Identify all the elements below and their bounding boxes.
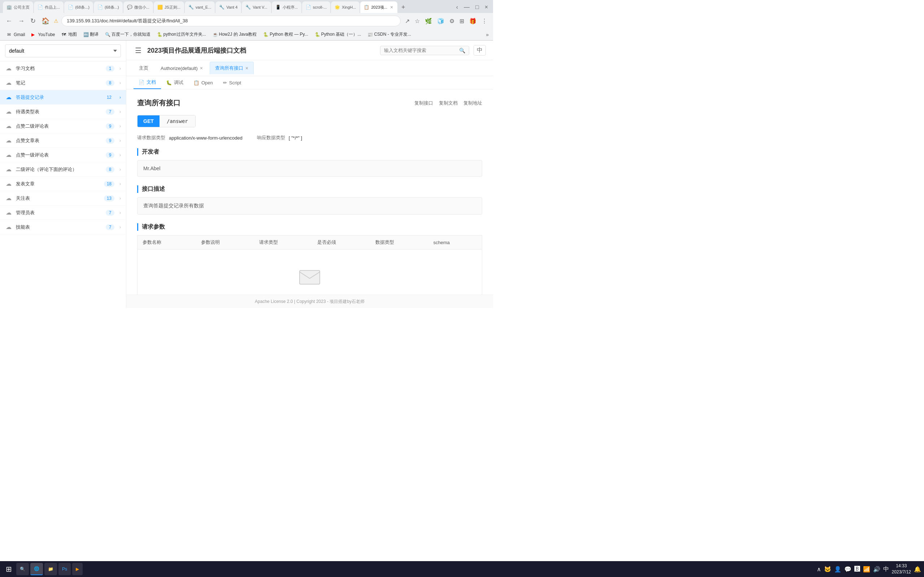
bookmarks-toggle-button[interactable]: » — [486, 32, 489, 37]
developer-value: Mr.Abel — [137, 160, 482, 177]
share-button[interactable]: ↗ — [404, 16, 411, 26]
tab-5[interactable]: 💬 微信小... — [123, 2, 153, 13]
chevron-icon-1: › — [120, 81, 121, 85]
footer-text: Apache License 2.0 | Copyright 2023 - 项目… — [255, 299, 365, 304]
sidebar-item-biji[interactable]: ☁ 笔记 8 › — [0, 76, 126, 90]
method-badge: GET — [137, 115, 160, 127]
tab-12[interactable]: 🌟 XingH... — [331, 2, 360, 13]
bookmark-python1[interactable]: 🐍 python过历年文件夹... — [154, 30, 209, 39]
doc-tab-authorize-close[interactable]: × — [200, 65, 203, 71]
sub-tab-open[interactable]: 📋 Open — [188, 76, 218, 89]
home-button[interactable]: 🏠 — [40, 16, 51, 26]
bookmark-youtube[interactable]: ▶ YouTube — [29, 31, 58, 38]
tab-favicon-10: 📱 — [275, 5, 281, 10]
back-button[interactable]: ← — [4, 16, 14, 26]
tab-2[interactable]: 📄 作品上... — [34, 2, 63, 13]
sidebar-item-guanliyuan[interactable]: ☁ 管理员表 7 › — [0, 206, 126, 220]
chevron-icon-9: › — [120, 196, 121, 201]
doc-tab-home[interactable]: 主页 — [134, 62, 154, 74]
sub-tab-doc[interactable]: 📄 文档 — [134, 76, 161, 89]
params-header-row: 参数名称 参数说明 请求类型 是否必须 数据类型 schema — [137, 235, 482, 250]
extension-1-button[interactable]: 🌿 — [423, 16, 433, 26]
app: default ☁ 学习文档 1 › ☁ 笔记 8 › ☁ 答题提交记录 12 … — [0, 41, 493, 308]
copy-doc-button[interactable]: 复制文档 — [439, 100, 458, 106]
bookmark-csdn[interactable]: 📰 CSDN - 专业开发... — [365, 30, 414, 39]
tab-7[interactable]: 🔧 vant_E... — [185, 2, 215, 13]
bookmarks-bar: ✉ Gmail ▶ YouTube 🗺 地图 🔤 翻译 🔍 百度一下，你就知道 … — [0, 29, 493, 40]
sidebar-item-fabiaowenzhang[interactable]: ☁ 发表文章 18 › — [0, 177, 126, 191]
tab-1[interactable]: 🏢 公司主页 — [3, 2, 33, 13]
request-type-item: 请求数据类型 application/x-www-form-urlencoded — [137, 134, 242, 141]
sidebar-item-dailei[interactable]: ☁ 待遇类型表 7 › — [0, 105, 126, 119]
debug-icon: 🐛 — [166, 80, 172, 85]
bookmark-python3[interactable]: 🐍 Python 基础（一）... — [312, 30, 364, 39]
sub-tab-open-label: Open — [201, 80, 213, 85]
tab-label-13: 2023项... — [371, 5, 387, 10]
sidebar-item-dianzan2[interactable]: ☁ 点赞二级评论表 9 › — [0, 119, 126, 134]
params-col-required: 是否必须 — [312, 235, 370, 250]
sub-tab-script[interactable]: ✏ Script — [218, 76, 246, 89]
sidebar-item-dianzanwenzhang[interactable]: ☁ 点赞文章表 9 › — [0, 134, 126, 148]
sidebar-item-erjipinglun[interactable]: ☁ 二级评论（评论下面的评论） 8 › — [0, 162, 126, 177]
params-col-datatype: 数据类型 — [370, 235, 428, 250]
extension-3-button[interactable]: ⚙ — [448, 16, 456, 26]
tab-6[interactable]: 🟨 JS正则... — [154, 2, 184, 13]
maximize-button[interactable]: □ — [473, 3, 481, 11]
tab-9[interactable]: 🔧 Vant V... — [242, 2, 271, 13]
tab-close-13[interactable]: × — [389, 4, 394, 10]
tab-13[interactable]: 📋 2023项... × — [360, 2, 397, 13]
empty-state — [142, 253, 477, 295]
extension-5-button[interactable]: 🎁 — [468, 16, 478, 26]
api-section-title: 查询所有接口 复制接口 复制文档 复制地址 — [137, 98, 482, 108]
extension-2-button[interactable]: 🧊 — [436, 16, 446, 26]
copy-interface-button[interactable]: 复制接口 — [414, 100, 433, 106]
menu-toggle-button[interactable]: ☰ — [134, 45, 143, 56]
tab-favicon-12: 🌟 — [334, 5, 340, 10]
namespace-select[interactable]: default — [5, 44, 121, 57]
search-button[interactable]: 🔍 — [459, 48, 465, 53]
address-input[interactable] — [61, 16, 401, 26]
minimize-button[interactable]: — — [462, 3, 472, 11]
bookmark-how2j[interactable]: ☕ How2J 的 Java教程 — [210, 30, 260, 39]
bookmark-gmail[interactable]: ✉ Gmail — [4, 31, 28, 38]
sub-tab-debug[interactable]: 🐛 调试 — [161, 76, 188, 89]
page-title: 2023项目作品展通用后端接口文档 — [147, 46, 376, 55]
developer-section-title: 开发者 — [137, 148, 482, 156]
extension-4-button[interactable]: ⊞ — [458, 16, 465, 26]
forward-button[interactable]: → — [16, 16, 26, 26]
sidebar-item-datijilu[interactable]: ☁ 答题提交记录 12 › — [0, 90, 126, 105]
bookmark-python2[interactable]: 🐍 Python 教程 — Py... — [260, 30, 311, 39]
copy-address-button[interactable]: 复制地址 — [464, 100, 482, 106]
sidebar-label-2: 答题提交记录 — [16, 94, 100, 101]
new-tab-button[interactable]: + — [398, 2, 408, 12]
doc-tab-query-close[interactable]: × — [246, 65, 248, 71]
tab-10[interactable]: 📱 小程序... — [272, 2, 301, 13]
menu-button[interactable]: ⋮ — [480, 16, 489, 26]
close-button[interactable]: × — [483, 3, 490, 11]
sidebar-label-6: 点赞一级评论表 — [16, 152, 102, 158]
tab-3[interactable]: 📄 (68条...) — [64, 2, 93, 13]
language-button[interactable]: 中 — [473, 45, 486, 56]
sidebar-item-jineng[interactable]: ☁ 技能表 7 › — [0, 220, 126, 234]
address-actions: ↗ ☆ 🌿 🧊 ⚙ ⊞ 🎁 ⋮ — [404, 16, 489, 26]
doc-tab-query[interactable]: 查询所有接口 × — [210, 62, 254, 74]
tab-4[interactable]: 📄 (68条...) — [94, 2, 123, 13]
bookmark-maps[interactable]: 🗺 地图 — [59, 30, 80, 39]
sidebar-item-dianzan1[interactable]: ☁ 点赞一级评论表 9 › — [0, 148, 126, 162]
tab-11[interactable]: 📄 scroll-... — [302, 2, 331, 13]
csdn-favicon: 📰 — [367, 32, 373, 37]
bookmark-translate[interactable]: 🔤 翻译 — [81, 30, 102, 39]
python2-favicon: 🐍 — [263, 32, 268, 37]
tab-scroll-left-button[interactable]: ‹ — [454, 3, 460, 11]
sidebar-item-xuexiwenjian[interactable]: ☁ 学习文档 1 › — [0, 61, 126, 76]
sidebar-item-guanzhu[interactable]: ☁ 关注表 13 › — [0, 191, 126, 206]
doc-tab-authorize[interactable]: Authorize(default) × — [155, 62, 208, 74]
sidebar: default ☁ 学习文档 1 › ☁ 笔记 8 › ☁ 答题提交记录 12 … — [0, 41, 126, 308]
bookmark-baidu[interactable]: 🔍 百度一下，你就知道 — [102, 30, 153, 39]
main-header: ☰ 2023项目作品展通用后端接口文档 🔍 中 — [126, 41, 493, 60]
bookmark-button[interactable]: ☆ — [413, 16, 421, 26]
reload-button[interactable]: ↻ — [29, 16, 37, 26]
tab-8[interactable]: 🔧 Vant 4 — [215, 2, 241, 13]
search-input[interactable] — [384, 48, 456, 53]
python3-favicon: 🐍 — [315, 32, 320, 37]
